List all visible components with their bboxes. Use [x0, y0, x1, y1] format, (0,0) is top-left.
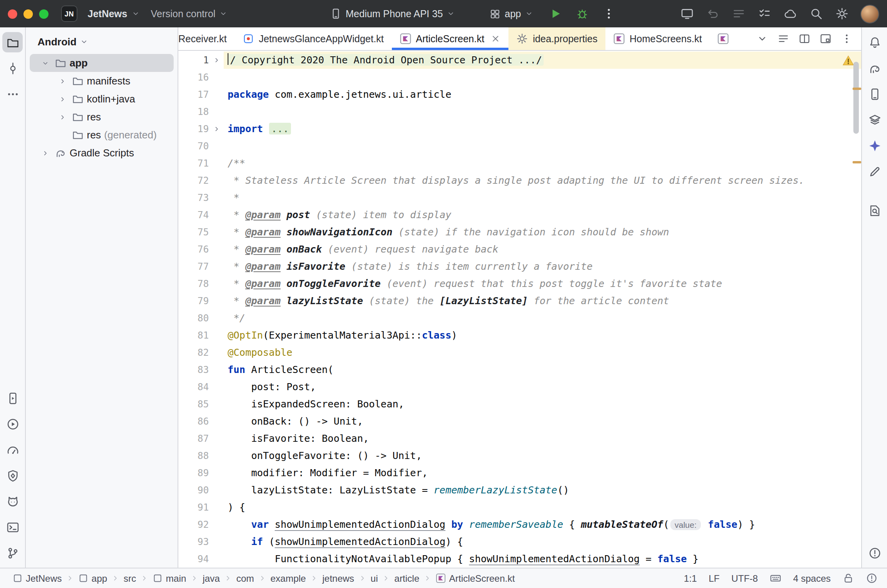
editor-scrollbar[interactable] [853, 62, 859, 134]
toolwindow-profiler-button[interactable] [2, 439, 23, 460]
project-menu[interactable]: JetNews [82, 5, 145, 22]
code-line[interactable]: 89 modifier: Modifier = Modifier, [178, 464, 861, 482]
gutter[interactable]: 77 [178, 258, 224, 275]
breadcrumb-ui[interactable]: ui [369, 572, 380, 584]
code-line[interactable]: 1/ Copyright 2020 The Android Open Sourc… [178, 52, 861, 69]
toolwindow-find-button[interactable] [864, 200, 885, 220]
run-button[interactable] [545, 4, 566, 24]
tab-clipped[interactable] [710, 27, 737, 50]
file-encoding[interactable]: UTF-8 [731, 573, 758, 584]
toolwindow-run-button[interactable] [2, 414, 23, 434]
code-line[interactable]: 75 * @param showNavigationIcon (state) i… [178, 224, 861, 241]
toolwindow-project-button[interactable] [2, 32, 23, 52]
gutter[interactable]: 82 [178, 344, 224, 361]
fold-marker-icon[interactable] [209, 120, 224, 138]
caret-position[interactable]: 1:1 [684, 573, 697, 584]
toolwindow-logcat-button[interactable] [2, 491, 23, 511]
more-editor-options-button[interactable] [837, 29, 856, 48]
gutter[interactable]: 88 [178, 447, 224, 464]
minimize-window-button[interactable] [23, 9, 33, 18]
gutter[interactable]: 78 [178, 275, 224, 292]
device-mirroring-button[interactable] [677, 4, 697, 24]
code-line[interactable]: 70 [178, 138, 861, 155]
split-editor-button[interactable] [795, 29, 813, 48]
tab-receiver-kt[interactable]: Receiver.kt [178, 27, 235, 50]
indent-info[interactable]: 4 spaces [793, 573, 831, 584]
code-line[interactable]: 74 * @param post (state) item to display [178, 206, 861, 224]
gutter[interactable]: 94 [178, 550, 224, 568]
code-line[interactable]: 86 onBack: () -> Unit, [178, 413, 861, 430]
tree-item-res[interactable]: res (generated) [30, 126, 174, 144]
code-line[interactable]: 81@OptIn(ExperimentalMaterial3Api::class… [178, 327, 861, 344]
code-line[interactable]: 93 if (showUnimplementedActionDialog) { [178, 533, 861, 550]
breadcrumb-src[interactable]: src [122, 572, 138, 584]
gutter[interactable]: 85 [178, 396, 224, 413]
gutter[interactable]: 86 [178, 413, 224, 430]
lock-open-icon[interactable] [842, 572, 854, 584]
back-navigation-button[interactable] [702, 4, 723, 24]
toolwindow-running-devices-button[interactable] [2, 388, 23, 408]
run-config-selector[interactable]: app [485, 5, 539, 22]
gutter[interactable]: 17 [178, 86, 224, 103]
fold-marker-icon[interactable] [209, 52, 224, 69]
close-tab-icon[interactable] [490, 34, 501, 44]
breadcrumb-com[interactable]: com [235, 572, 255, 584]
breadcrumb-articlescreen-kt[interactable]: ArticleScreen.kt [434, 572, 516, 584]
editor[interactable]: 1/ Copyright 2020 The Android Open Sourc… [178, 51, 861, 568]
toolwindow-version-control-button[interactable] [2, 543, 23, 563]
chevron-down-icon[interactable] [39, 57, 52, 69]
code-line[interactable]: 18 [178, 103, 861, 120]
code-line[interactable]: 83fun ArticleScreen( [178, 361, 861, 378]
gutter[interactable]: 91 [178, 499, 224, 516]
code-line[interactable]: 88 onToggleFavorite: () -> Unit, [178, 447, 861, 464]
gutter[interactable]: 84 [178, 378, 224, 396]
breadcrumb-java[interactable]: java [201, 572, 221, 584]
gutter[interactable]: 83 [178, 361, 224, 378]
tab-homescreens-kt[interactable]: HomeScreens.kt [605, 27, 710, 50]
tab-idea-properties[interactable]: idea.properties [508, 27, 605, 50]
keyboard-icon[interactable] [770, 572, 781, 584]
gutter[interactable]: 75 [178, 224, 224, 241]
toolwindow-gemini-button[interactable] [864, 135, 885, 156]
detach-editor-button[interactable] [816, 29, 835, 48]
toolwindow-device-manager-button[interactable] [864, 84, 885, 104]
gutter[interactable]: 76 [178, 241, 224, 258]
tab-articlescreen-kt[interactable]: ArticleScreen.kt [391, 27, 508, 50]
chevron-right-icon[interactable] [56, 93, 69, 105]
code-line[interactable]: 84 post: Post, [178, 378, 861, 396]
gutter[interactable]: 73 [178, 189, 224, 206]
gutter[interactable]: 93 [178, 533, 224, 550]
breadcrumb-article[interactable]: article [393, 572, 421, 584]
breadcrumb-example[interactable]: example [269, 572, 308, 584]
gutter[interactable]: 16 [178, 69, 224, 86]
toolwindow-gradle-button[interactable] [864, 58, 885, 78]
toolwindow-resource-manager-button[interactable] [864, 109, 885, 130]
gutter[interactable]: 79 [178, 292, 224, 310]
code-line[interactable]: 71/** [178, 155, 861, 172]
code-line[interactable]: 92 var showUnimplementedActionDialog by … [178, 516, 861, 533]
code-line[interactable]: 91) { [178, 499, 861, 516]
toolwindow-app-quality-insights-button[interactable] [2, 465, 23, 486]
gutter[interactable]: 1 [178, 52, 224, 69]
breadcrumb-jetnews[interactable]: JetNews [11, 572, 63, 584]
avatar[interactable] [860, 4, 879, 23]
gutter[interactable]: 74 [178, 206, 224, 224]
gutter[interactable]: 80 [178, 310, 224, 327]
debug-button[interactable] [572, 4, 592, 24]
gutter[interactable]: 81 [178, 327, 224, 344]
code-line[interactable]: 87 isFavorite: Boolean, [178, 430, 861, 447]
toolwindow-compose-button[interactable] [864, 161, 885, 181]
run-tests-button[interactable] [754, 4, 774, 24]
tree-item-manifests[interactable]: manifests [30, 72, 174, 90]
toolwindow-problems-button[interactable] [864, 543, 885, 563]
gutter[interactable]: 19 [178, 120, 224, 138]
breadcrumb-jetnews[interactable]: jetnews [321, 572, 356, 584]
soft-wrap-button[interactable] [728, 4, 749, 24]
code-line[interactable]: 16 [178, 69, 861, 86]
breadcrumb-main[interactable]: main [151, 572, 188, 584]
hidden-tabs-list-button[interactable] [752, 29, 771, 48]
tree-item-res[interactable]: res [30, 108, 174, 126]
code-line[interactable]: 19import ... [178, 120, 861, 138]
tab-jetnewsglanceappwidget-kt[interactable]: JetnewsGlanceAppWidget.kt [235, 27, 392, 50]
gutter[interactable]: 18 [178, 103, 224, 120]
